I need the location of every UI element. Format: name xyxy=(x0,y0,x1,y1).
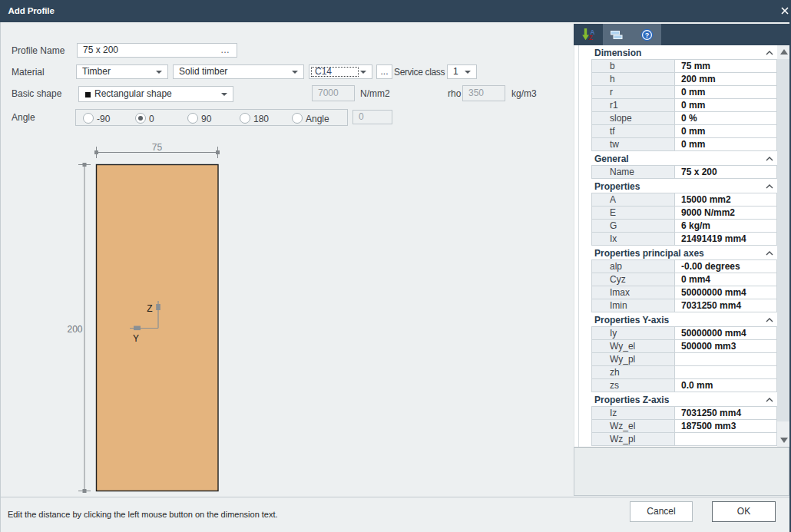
svg-text:Y: Y xyxy=(133,333,139,344)
svg-text:200: 200 xyxy=(67,324,82,335)
svg-text:?: ? xyxy=(645,31,650,39)
svg-text:75: 75 xyxy=(152,142,163,153)
svg-text:Z: Z xyxy=(589,34,593,41)
svg-text:Z: Z xyxy=(147,303,152,314)
